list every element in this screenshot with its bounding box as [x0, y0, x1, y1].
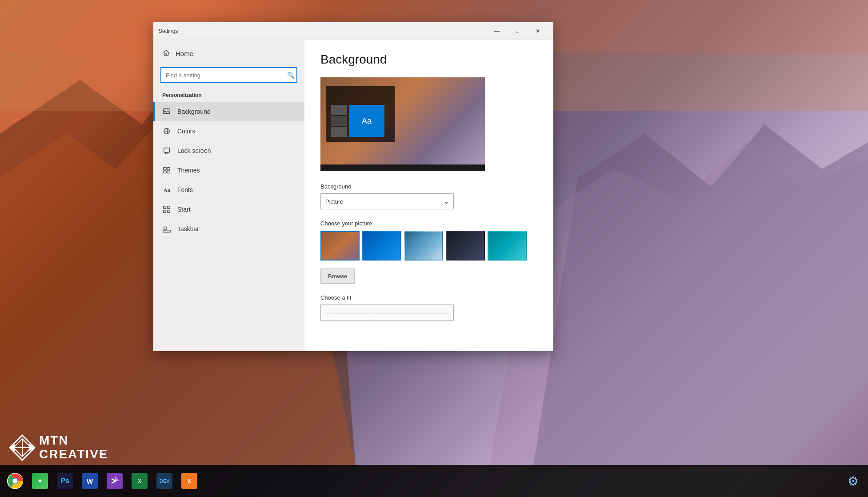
svg-rect-16 — [164, 206, 166, 208]
preview-start-tile: Aa — [326, 86, 395, 142]
svg-rect-12 — [167, 168, 170, 170]
home-icon — [162, 49, 170, 58]
preview-desktop: Aa — [320, 77, 485, 171]
svg-rect-11 — [164, 168, 166, 170]
sidebar-item-colors[interactable]: Colors — [153, 121, 304, 141]
preview-tile-sm-1 — [331, 105, 347, 115]
window-title: Settings — [159, 28, 487, 34]
fonts-label: Fonts — [177, 186, 193, 193]
taskbar-icon — [162, 224, 171, 233]
taskbar-icon-dev[interactable]: DEV — [153, 469, 176, 493]
svg-rect-17 — [168, 206, 170, 208]
svg-rect-20 — [163, 230, 170, 232]
search-container: 🔍 — [153, 64, 304, 87]
taskbar-icon-photoshop[interactable]: Ps — [53, 469, 76, 493]
title-bar-controls: — □ ✕ — [487, 22, 548, 40]
mtn-creative-logo: MTN CREATIVE — [9, 434, 108, 461]
taskbar-bar: ✦ Ps W X DEV X ⚙ — [0, 465, 868, 497]
close-button[interactable]: ✕ — [528, 22, 548, 40]
sidebar-item-themes[interactable]: Themes — [153, 160, 304, 180]
svg-point-30 — [13, 479, 18, 484]
background-dropdown-value: Picture — [325, 198, 343, 205]
search-wrapper: 🔍 — [160, 67, 297, 83]
sidebar-item-lock-screen[interactable]: Lock screen — [153, 141, 304, 160]
thumbnail-1[interactable] — [320, 231, 360, 261]
sidebar-item-start[interactable]: Start — [153, 200, 304, 219]
colors-label: Colors — [177, 128, 195, 135]
taskbar-icon-chrome[interactable] — [4, 469, 27, 493]
mtn-logo-icon — [9, 434, 36, 461]
minimize-button[interactable]: — — [487, 22, 507, 40]
sidebar-item-taskbar[interactable]: Taskbar — [153, 219, 304, 239]
background-field-label: Background — [320, 183, 537, 190]
svg-rect-9 — [165, 152, 168, 154]
preview-taskbar — [320, 164, 485, 171]
sidebar-item-background[interactable]: Background — [153, 102, 304, 121]
lock-screen-label: Lock screen — [177, 147, 211, 154]
picture-thumbnails — [320, 231, 537, 261]
choose-fit-label: Choose a fit — [320, 294, 537, 301]
svg-rect-13 — [164, 171, 166, 173]
home-label: Home — [176, 50, 193, 57]
section-label: Personalization — [153, 90, 304, 102]
svg-rect-19 — [168, 210, 170, 212]
background-dropdown[interactable]: Picture ⌄ — [320, 193, 454, 209]
taskbar-icon-xampp[interactable]: X — [178, 469, 201, 493]
sidebar-item-fonts[interactable]: Aa Fonts — [153, 180, 304, 200]
maximize-button[interactable]: □ — [507, 22, 528, 40]
taskbar-icon-excel[interactable]: X — [128, 469, 151, 493]
preview-tile-left — [331, 105, 347, 137]
svg-text:Aa: Aa — [164, 187, 171, 193]
themes-icon — [162, 166, 171, 175]
fit-dropdown-placeholder: ────────────────────────────── — [325, 309, 448, 316]
colors-icon — [162, 127, 171, 136]
svg-rect-21 — [164, 227, 166, 230]
mtn-text: MTN — [39, 434, 108, 448]
sidebar: Home 🔍 Personalization Backg — [153, 40, 304, 351]
thumbnail-5[interactable] — [488, 231, 527, 261]
thumbnail-4[interactable] — [446, 231, 485, 261]
taskbar-label: Taskbar — [177, 225, 199, 232]
svg-rect-18 — [164, 210, 166, 212]
taskbar-icon-corel[interactable]: ✦ — [28, 469, 52, 493]
preview-tile-sm-2 — [331, 116, 347, 126]
themes-label: Themes — [177, 167, 200, 174]
window-body: Home 🔍 Personalization Backg — [153, 40, 553, 351]
taskbar-icon-settings[interactable]: ⚙ — [841, 469, 864, 493]
browse-button[interactable]: Browse — [320, 269, 355, 284]
mtn-logo-text: MTN CREATIVE — [39, 434, 108, 461]
title-bar: Settings — □ ✕ — [153, 22, 553, 40]
main-panel: Background Aa Backg — [304, 40, 553, 351]
svg-rect-14 — [167, 171, 170, 173]
thumbnail-3[interactable] — [404, 231, 443, 261]
fit-dropdown[interactable]: ────────────────────────────── — [320, 305, 454, 321]
svg-rect-8 — [164, 148, 170, 152]
start-label: Start — [177, 206, 191, 213]
choose-picture-label: Choose your picture — [320, 220, 537, 227]
svg-marker-32 — [115, 476, 120, 481]
preview-tile-sm-3 — [331, 127, 347, 137]
creative-text: CREATIVE — [39, 448, 108, 461]
thumbnail-2[interactable] — [362, 231, 401, 261]
background-preview: Aa — [320, 77, 485, 171]
taskbar-icon-word[interactable]: W — [78, 469, 101, 493]
background-label: Background — [177, 108, 211, 115]
fonts-icon: Aa — [162, 185, 171, 194]
svg-rect-6 — [164, 109, 170, 114]
dropdown-chevron-icon: ⌄ — [444, 198, 449, 205]
page-title: Background — [320, 52, 537, 67]
lock-screen-icon — [162, 146, 171, 155]
preview-tile-blue: Aa — [349, 105, 384, 137]
background-icon — [162, 107, 171, 116]
gear-icon: ⚙ — [848, 474, 859, 489]
taskbar-icon-vs[interactable] — [103, 469, 126, 493]
start-icon — [162, 205, 171, 214]
sidebar-item-home[interactable]: Home — [153, 44, 304, 64]
search-input[interactable] — [160, 67, 297, 83]
settings-window: Settings — □ ✕ Home — [153, 22, 553, 351]
